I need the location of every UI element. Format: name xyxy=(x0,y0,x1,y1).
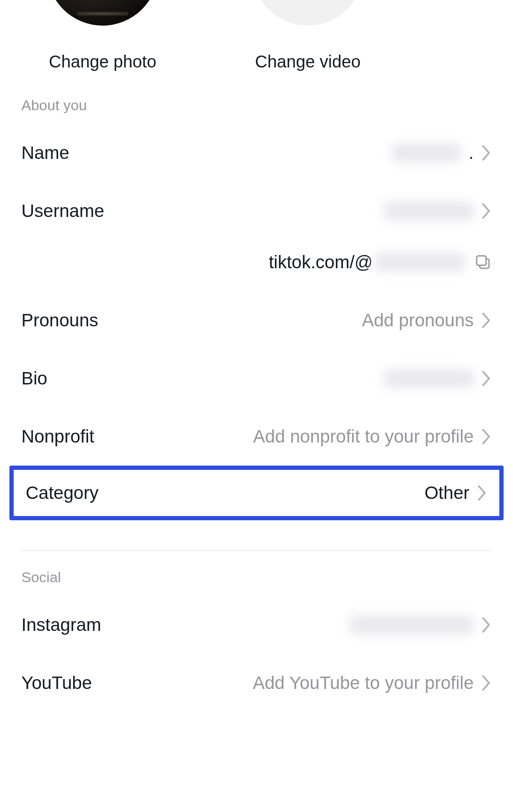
profile-media-row: Change photo Change video xyxy=(0,0,513,71)
chevron-right-icon xyxy=(477,484,487,501)
row-pronouns[interactable]: Pronouns Add pronouns xyxy=(0,291,513,349)
chevron-right-icon xyxy=(481,674,492,692)
name-value xyxy=(392,144,461,162)
row-name[interactable]: Name . xyxy=(0,124,513,182)
pronouns-label: Pronouns xyxy=(21,310,98,331)
row-username[interactable]: Username xyxy=(0,182,513,240)
bio-value xyxy=(384,369,474,388)
profile-photo-avatar xyxy=(47,0,158,26)
change-video-label: Change video xyxy=(255,52,361,71)
profile-video-avatar xyxy=(252,0,363,26)
nonprofit-label: Nonprofit xyxy=(21,426,94,447)
pronouns-placeholder: Add pronouns xyxy=(362,310,474,331)
row-bio[interactable]: Bio xyxy=(0,349,513,407)
instagram-value xyxy=(350,616,474,634)
chevron-right-icon xyxy=(481,312,492,329)
section-header-about-you: About you xyxy=(0,71,513,124)
row-youtube[interactable]: YouTube Add YouTube to your profile xyxy=(0,654,513,712)
row-profile-url: tiktok.com/@ xyxy=(0,240,513,291)
svg-rect-1 xyxy=(477,256,486,265)
row-nonprofit[interactable]: Nonprofit Add nonprofit to your profile xyxy=(0,407,513,466)
copy-icon[interactable] xyxy=(475,254,492,271)
section-header-social: Social xyxy=(0,551,513,596)
chevron-right-icon xyxy=(481,616,492,633)
chevron-right-icon xyxy=(481,144,492,161)
instagram-label: Instagram xyxy=(21,615,101,635)
username-value xyxy=(384,202,474,220)
chevron-right-icon xyxy=(481,428,492,445)
name-label: Name xyxy=(21,143,69,163)
change-photo-label: Change photo xyxy=(49,52,156,71)
edit-profile-page: Change photo Change video About you Name… xyxy=(0,0,513,712)
profile-url-prefix: tiktok.com/@ xyxy=(269,252,373,273)
change-photo-cell[interactable]: Change photo xyxy=(0,0,205,71)
highlight-category: Category Other xyxy=(9,466,504,520)
row-category[interactable]: Category Other xyxy=(14,470,499,516)
name-value-suffix: . xyxy=(469,143,474,163)
profile-url: tiktok.com/@ xyxy=(269,252,465,273)
chevron-right-icon xyxy=(481,202,492,220)
change-video-cell[interactable]: Change video xyxy=(205,0,410,71)
row-instagram[interactable]: Instagram xyxy=(0,596,513,654)
profile-url-username xyxy=(375,253,465,272)
category-label: Category xyxy=(26,483,98,503)
username-label: Username xyxy=(21,201,104,221)
chevron-right-icon xyxy=(481,370,492,387)
youtube-placeholder: Add YouTube to your profile xyxy=(253,673,474,693)
nonprofit-placeholder: Add nonprofit to your profile xyxy=(253,426,474,447)
youtube-label: YouTube xyxy=(21,673,92,693)
category-value: Other xyxy=(425,483,469,503)
bio-label: Bio xyxy=(21,368,47,389)
